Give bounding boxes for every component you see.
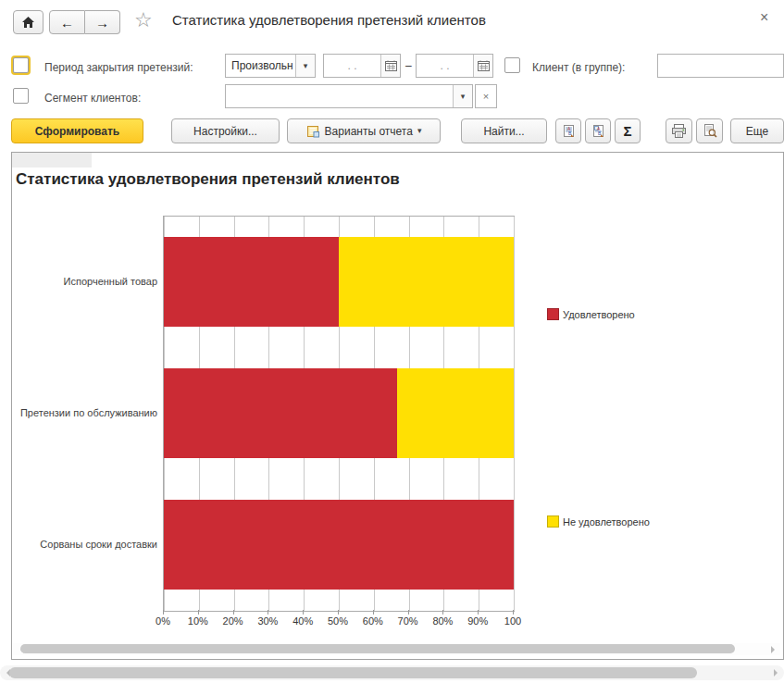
segment-value bbox=[226, 85, 453, 107]
period-label: Период закрытия претензий: bbox=[44, 61, 193, 74]
date-from-field[interactable]: . . bbox=[323, 54, 401, 78]
bar-segment bbox=[164, 500, 514, 590]
chart: 0%10%20%30%40%50%60%70%80%90%100Испорчен… bbox=[12, 153, 783, 659]
preview-icon bbox=[703, 124, 717, 138]
forward-button[interactable]: → bbox=[85, 10, 120, 34]
settings-button[interactable]: Настройки... bbox=[171, 118, 280, 143]
category-label: Претензии по обслуживанию bbox=[12, 347, 157, 478]
totals-button[interactable]: Σ bbox=[615, 118, 641, 143]
generate-label: Сформировать bbox=[35, 125, 119, 138]
bar bbox=[164, 237, 514, 327]
axis-tick bbox=[513, 610, 514, 615]
report-variants-icon bbox=[306, 124, 320, 138]
category-label: Испорченный товар bbox=[12, 216, 157, 347]
date-to-value: . . bbox=[417, 55, 473, 77]
category-label: Сорваны сроки доставки bbox=[12, 478, 157, 610]
clear-icon: × bbox=[483, 91, 489, 102]
period-kind-value: Произвольн bbox=[226, 55, 295, 77]
report-hscroll-thumb[interactable] bbox=[20, 644, 735, 653]
scroll-right-icon[interactable] bbox=[774, 669, 781, 677]
axis-tick bbox=[198, 610, 199, 615]
history-nav-group: ← → bbox=[49, 10, 120, 34]
chevron-down-icon: ▾ bbox=[417, 127, 422, 135]
report-variants-label: Варианты отчета bbox=[325, 125, 413, 138]
axis-tick-label: 90% bbox=[467, 615, 488, 627]
axis-tick-label: 40% bbox=[292, 615, 313, 627]
collapse-groups-button[interactable]: AB bbox=[585, 118, 611, 143]
generate-button[interactable]: Сформировать bbox=[11, 118, 143, 143]
legend-item: Не удовлетворено bbox=[547, 515, 650, 528]
legend-item: Удовлетворено bbox=[547, 308, 635, 320]
axis-tick bbox=[408, 610, 409, 615]
axis-tick-label: 70% bbox=[398, 615, 418, 627]
more-button[interactable]: Еще bbox=[730, 118, 784, 143]
axis-tick bbox=[338, 610, 339, 615]
calendar-icon bbox=[478, 60, 490, 71]
client-checkbox[interactable] bbox=[504, 57, 520, 73]
axis-tick bbox=[268, 610, 268, 615]
axis-tick bbox=[233, 610, 234, 615]
home-button[interactable] bbox=[13, 10, 44, 34]
chevron-down-icon: ▾ bbox=[304, 62, 308, 70]
client-value bbox=[658, 55, 783, 77]
favorite-star-icon[interactable]: ☆ bbox=[134, 8, 153, 32]
expand-groups-button[interactable]: AB bbox=[555, 118, 581, 143]
axis-tick-label: 30% bbox=[257, 615, 278, 627]
date-to-field[interactable]: . . bbox=[416, 54, 493, 78]
legend-label: Удовлетворено bbox=[563, 309, 635, 320]
legend-swatch bbox=[547, 308, 559, 320]
preview-button[interactable] bbox=[696, 118, 723, 143]
print-button[interactable] bbox=[666, 118, 692, 143]
gridline bbox=[514, 217, 515, 611]
window-horizontal-scrollbar[interactable] bbox=[0, 665, 784, 680]
segment-combo[interactable]: ▾ bbox=[225, 84, 473, 108]
print-icon bbox=[671, 124, 687, 138]
axis-tick bbox=[163, 610, 164, 615]
axis-tick bbox=[373, 610, 374, 615]
window-title: Статистика удовлетворения претензий клие… bbox=[172, 12, 486, 28]
sigma-icon: Σ bbox=[623, 123, 631, 139]
find-button[interactable]: Найти... bbox=[461, 118, 547, 143]
period-kind-arrow[interactable]: ▾ bbox=[295, 55, 315, 77]
segment-clear-button[interactable]: × bbox=[475, 84, 497, 108]
back-icon: ← bbox=[60, 15, 74, 31]
client-input[interactable] bbox=[657, 54, 784, 78]
settings-label: Настройки... bbox=[193, 125, 257, 138]
period-checkbox[interactable] bbox=[13, 57, 29, 73]
bar bbox=[164, 368, 514, 458]
legend-swatch bbox=[547, 515, 559, 528]
axis-tick-label: 100 bbox=[504, 615, 521, 627]
segment-checkbox[interactable] bbox=[13, 88, 29, 104]
bar-segment bbox=[164, 368, 397, 458]
window-hscroll-thumb[interactable] bbox=[9, 667, 697, 678]
date-to-calendar-button[interactable] bbox=[473, 55, 492, 77]
axis-tick bbox=[478, 610, 479, 615]
legend-label: Не удовлетворено bbox=[563, 516, 650, 528]
calendar-icon bbox=[385, 60, 397, 71]
bar bbox=[164, 500, 514, 590]
bar-segment bbox=[397, 368, 514, 458]
axis-tick-label: 20% bbox=[223, 615, 243, 627]
axis-tick-label: 10% bbox=[188, 615, 208, 627]
date-from-calendar-button[interactable] bbox=[380, 55, 400, 77]
chevron-down-icon: ▾ bbox=[461, 93, 466, 101]
report-area: Статистика удовлетворения претензий клие… bbox=[11, 152, 784, 660]
axis-tick-label: 50% bbox=[328, 615, 348, 627]
report-variants-button[interactable]: Варианты отчета ▾ bbox=[287, 118, 441, 143]
segment-dropdown-arrow[interactable]: ▾ bbox=[453, 85, 472, 107]
close-icon[interactable]: × bbox=[760, 9, 768, 26]
client-label: Клиент (в группе): bbox=[532, 61, 625, 74]
expand-groups-icon: AB bbox=[561, 124, 576, 139]
axis-tick bbox=[303, 610, 304, 615]
axis-tick-label: 80% bbox=[432, 615, 453, 627]
axis-tick-label: 0% bbox=[156, 615, 170, 627]
period-kind-dropdown[interactable]: Произвольн ▾ bbox=[225, 54, 316, 78]
collapse-groups-icon: AB bbox=[591, 124, 605, 139]
axis-tick bbox=[442, 610, 443, 615]
chart-plot bbox=[163, 216, 515, 612]
report-horizontal-scrollbar[interactable] bbox=[13, 643, 780, 655]
bar-segment bbox=[164, 237, 339, 327]
scroll-right-icon[interactable] bbox=[771, 646, 778, 653]
more-label: Еще bbox=[746, 125, 768, 138]
back-button[interactable]: ← bbox=[49, 10, 85, 34]
